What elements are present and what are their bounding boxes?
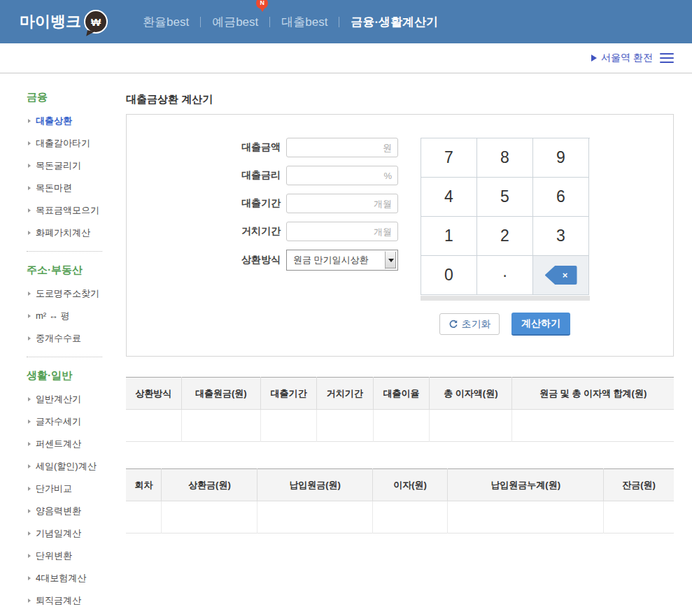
table-cell <box>604 501 674 533</box>
summary-col-method: 상환방식 <box>126 378 181 410</box>
sub-link-label: 서울역 환전 <box>601 52 653 64</box>
nav-item-deposit-best[interactable]: 예금best N <box>201 14 269 30</box>
sidebar-item-sale-discount[interactable]: 세일(할인)계산 <box>27 455 112 478</box>
arrow-bullet-icon <box>28 420 31 424</box>
sidebar: 금융 대출상환 대출갈아타기 목돈굴리기 목돈마련 목표금액모으기 화폐가치계산… <box>0 73 112 616</box>
hamburger-menu-icon[interactable] <box>660 50 674 66</box>
dropdown-arrow-icon <box>385 251 397 269</box>
arrow-bullet-icon <box>28 231 31 235</box>
interest-rate-input[interactable] <box>286 166 398 185</box>
sidebar-item-char-counter[interactable]: 글자수세기 <box>27 410 112 433</box>
summary-col-principal: 대출원금(원) <box>181 378 261 410</box>
arrow-bullet-icon <box>28 531 31 536</box>
sidebar-item-anniversary[interactable]: 기념일계산 <box>27 522 112 545</box>
sidebar-item-savings-plan[interactable]: 목돈마련 <box>27 177 112 199</box>
calculate-button[interactable]: 계산하기 <box>511 313 570 336</box>
arrow-bullet-icon <box>28 509 31 513</box>
sidebar-item-percent-calc[interactable]: 퍼센트계산 <box>27 433 112 455</box>
nav-item-exchange-best[interactable]: 환율best <box>132 14 200 30</box>
arrow-bullet-icon <box>28 164 31 168</box>
mybank-logo[interactable]: 마이뱅크 ₩ <box>20 10 108 34</box>
nav-item-label: 예금best <box>212 15 258 29</box>
keypad-key-1[interactable]: 1 <box>421 217 477 256</box>
form-row-interest-rate: 대출금리 <box>132 166 398 185</box>
arrow-bullet-icon <box>28 442 31 446</box>
sidebar-item-loan-repayment[interactable]: 대출상환 <box>27 110 112 132</box>
sidebar-item-calculator[interactable]: 일반계산기 <box>27 388 112 410</box>
sidebar-heading-life: 생활·일반 <box>27 368 112 382</box>
repayment-method-label: 상환방식 <box>132 254 281 266</box>
keypad-key-9[interactable]: 9 <box>533 138 589 178</box>
schedule-col-interest: 이자(원) <box>372 469 447 501</box>
sidebar-item-goal-amount[interactable]: 목표금액모으기 <box>27 199 112 222</box>
refresh-icon <box>449 320 458 329</box>
schedule-col-payment: 상환금(원) <box>162 469 257 501</box>
keypad-key-dot[interactable]: · <box>477 256 533 295</box>
sidebar-item-unit-convert[interactable]: 단위변환 <box>27 545 112 567</box>
table-cell <box>373 410 430 442</box>
seoul-station-exchange-link[interactable]: 서울역 환전 <box>591 52 653 64</box>
sidebar-item-severance[interactable]: 퇴직금계산 <box>27 589 112 612</box>
arrow-bullet-icon <box>28 336 31 341</box>
table-cell <box>162 501 257 533</box>
numeric-keypad: 7 8 9 4 5 6 1 2 3 0 · × <box>421 138 590 301</box>
arrow-bullet-icon <box>28 119 31 123</box>
table-cell <box>257 501 372 533</box>
sub-header: 서울역 환전 <box>0 43 692 73</box>
arrow-bullet-icon <box>28 141 31 145</box>
top-header: 마이뱅크 ₩ 환율best 예금best N 대출best 금융·생활계산기 <box>0 0 692 43</box>
sidebar-item-insurance[interactable]: 4대보험계산 <box>27 567 112 589</box>
keypad-key-4[interactable]: 4 <box>421 178 477 217</box>
table-cell <box>316 410 373 442</box>
sidebar-heading-finance: 금융 <box>27 90 112 104</box>
summary-col-rate: 대출이율 <box>373 378 430 410</box>
summary-col-total-sum: 원금 및 총 이자액 합계(원) <box>512 378 674 410</box>
repayment-method-select[interactable]: 원금 만기일시상환 <box>286 250 398 271</box>
keypad-key-7[interactable]: 7 <box>421 138 477 178</box>
nav-item-loan-best[interactable]: 대출best <box>270 14 339 30</box>
table-cell <box>126 501 162 533</box>
loan-calculator-form: 대출금액 대출금리 대출기간 거치기간 상환방식 <box>126 114 674 357</box>
page-content: 금융 대출상환 대출갈아타기 목돈굴리기 목돈마련 목표금액모으기 화폐가치계산… <box>0 73 692 616</box>
arrow-bullet-icon <box>28 576 31 580</box>
table-cell <box>448 501 604 533</box>
keypad-key-3[interactable]: 3 <box>533 217 589 256</box>
arrow-bullet-icon <box>28 599 31 603</box>
sidebar-item-loan-refinance[interactable]: 대출갈아타기 <box>27 132 112 155</box>
reset-button[interactable]: 초기화 <box>439 313 500 335</box>
schedule-col-round: 회차 <box>126 469 162 501</box>
nav-item-calculators[interactable]: 금융·생활계산기 <box>339 14 449 30</box>
form-row-grace-period: 거치기간 <box>132 222 398 241</box>
sidebar-item-broker-fee[interactable]: 중개수수료 <box>27 327 112 350</box>
sidebar-list-life: 일반계산기 글자수세기 퍼센트계산 세일(할인)계산 단가비교 양음력변환 기념… <box>27 388 112 612</box>
loan-term-input[interactable] <box>286 194 398 213</box>
keypad-key-6[interactable]: 6 <box>533 178 589 217</box>
summary-col-total-interest: 총 이자액(원) <box>430 378 512 410</box>
keypad-key-2[interactable]: 2 <box>477 217 533 256</box>
sidebar-item-road-address[interactable]: 도로명주소찾기 <box>27 282 112 305</box>
sidebar-list-address: 도로명주소찾기 m² ↔ 평 중개수수료 <box>27 282 112 350</box>
selected-option: 원금 만기일시상환 <box>287 254 369 266</box>
keypad-key-5[interactable]: 5 <box>477 178 533 217</box>
arrow-bullet-icon <box>28 487 31 491</box>
table-cell <box>126 410 181 442</box>
keypad-key-0[interactable]: 0 <box>421 256 477 295</box>
grace-period-input[interactable] <box>286 222 398 241</box>
keypad-key-backspace[interactable]: × <box>533 256 589 295</box>
arrow-bullet-icon <box>28 554 31 558</box>
sidebar-heading-address: 주소·부동산 <box>27 263 112 277</box>
keypad-key-8[interactable]: 8 <box>477 138 533 178</box>
loan-amount-input[interactable] <box>286 138 398 157</box>
sidebar-item-currency-value[interactable]: 화폐가치계산 <box>27 222 112 244</box>
arrow-bullet-icon <box>28 292 31 296</box>
form-row-repayment-method: 상환방식 원금 만기일시상환 <box>132 250 398 271</box>
sidebar-item-lunar-solar[interactable]: 양음력변환 <box>27 500 112 522</box>
sidebar-divider <box>27 251 102 252</box>
reset-label: 초기화 <box>462 318 491 331</box>
keypad-bottom-strip <box>421 296 590 301</box>
arrow-bullet-icon <box>28 464 31 468</box>
sidebar-item-sqm-pyeong[interactable]: m² ↔ 평 <box>27 305 112 327</box>
arrow-bullet-icon <box>28 208 31 213</box>
sidebar-item-lump-sum-invest[interactable]: 목돈굴리기 <box>27 155 112 177</box>
sidebar-item-unit-price[interactable]: 단가비교 <box>27 478 112 500</box>
